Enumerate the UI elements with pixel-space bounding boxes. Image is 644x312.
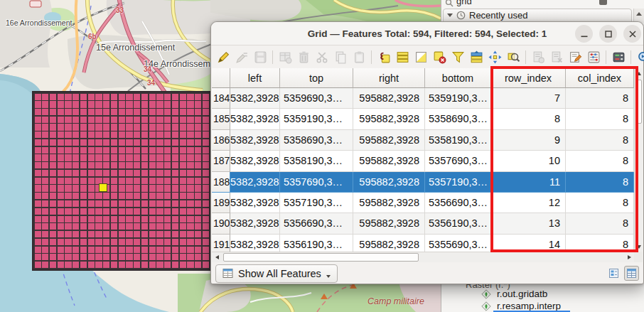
- action-search-button[interactable]: [635, 48, 644, 65]
- delete-field-button[interactable]: [548, 48, 565, 65]
- row-number[interactable]: 184: [212, 88, 230, 109]
- cell-top[interactable]: 5356190,3…: [280, 235, 353, 252]
- table-row[interactable]: 188 5382,3928 5357690,3… 595882,3928 535…: [212, 172, 634, 193]
- cell-bottom[interactable]: 5358690,3…: [425, 109, 491, 129]
- form-view-button[interactable]: [606, 266, 621, 281]
- scroll-right-button[interactable]: [624, 252, 634, 262]
- table-row[interactable]: 185 5382,3928 5359190,3… 595882,3928 535…: [212, 109, 634, 129]
- conditional-formatting-button[interactable]: [610, 48, 627, 65]
- toolbox-search-input[interactable]: [456, 0, 591, 6]
- recently-used-group[interactable]: Recently used: [443, 9, 632, 22]
- cell-left[interactable]: 5382,3928: [230, 151, 280, 171]
- toolbox-search[interactable]: [441, 0, 633, 9]
- row-number[interactable]: 190: [212, 213, 230, 234]
- dialog-titlebar[interactable]: Grid — Features Total: 594, Filtered: 59…: [211, 22, 643, 45]
- cell-row_index[interactable]: 14: [491, 235, 566, 252]
- vertical-scroll-thumb[interactable]: [635, 80, 642, 124]
- cell-row_index[interactable]: 9: [491, 130, 566, 151]
- select-by-expression-button[interactable]: [375, 48, 392, 65]
- table-row[interactable]: 184 5382,3928 5359690,3… 595882,3928 535…: [212, 88, 634, 109]
- cell-top[interactable]: 5356690,3…: [280, 213, 353, 234]
- cell-bottom[interactable]: 5356690,3…: [425, 193, 491, 213]
- table-horizontal-scrollbar[interactable]: [212, 252, 634, 262]
- cell-right[interactable]: 595882,3928: [353, 213, 425, 234]
- cell-top[interactable]: 5358690,3…: [280, 130, 353, 151]
- cell-bottom[interactable]: 5358190,3…: [425, 130, 491, 151]
- multi-edit-button[interactable]: [233, 48, 250, 65]
- cell-right[interactable]: 595882,3928: [353, 172, 425, 193]
- table-row[interactable]: 190 5382,3928 5356690,3… 595882,3928 535…: [212, 213, 634, 234]
- column-header-row_index[interactable]: row_index: [491, 68, 566, 88]
- zoom-to-selection-button[interactable]: [505, 48, 522, 65]
- select-all-button[interactable]: [394, 48, 411, 65]
- cell-col_index[interactable]: 8: [566, 130, 634, 151]
- column-header-left[interactable]: left: [230, 68, 280, 88]
- delete-selected-button[interactable]: [295, 48, 312, 65]
- scroll-down-button[interactable]: [635, 242, 643, 252]
- field-calculator-button[interactable]: [585, 48, 602, 65]
- copy-features-button[interactable]: [332, 48, 349, 65]
- cell-bottom[interactable]: 5355690,3…: [425, 235, 491, 252]
- cell-row_index[interactable]: 11: [491, 172, 566, 193]
- cell-left[interactable]: 5382,3928: [230, 213, 280, 234]
- pan-to-selection-button[interactable]: [486, 48, 503, 65]
- row-number[interactable]: 186: [212, 130, 230, 151]
- cell-left[interactable]: 5382,3928: [230, 88, 280, 109]
- cell-col_index[interactable]: 8: [566, 193, 634, 213]
- cell-left[interactable]: 5382,3928: [230, 235, 280, 252]
- cell-top[interactable]: 5358190,3…: [280, 151, 353, 171]
- scroll-up-button[interactable]: [635, 68, 643, 78]
- toolbox-options-icon[interactable]: [599, 0, 607, 5]
- cell-bottom[interactable]: 5357190,3…: [425, 172, 491, 193]
- column-header-right[interactable]: right: [353, 68, 425, 88]
- row-number[interactable]: 187: [212, 151, 230, 171]
- cell-col_index[interactable]: 8: [566, 151, 634, 171]
- save-edits-button[interactable]: [252, 48, 269, 65]
- move-selection-to-top-button[interactable]: [468, 48, 485, 65]
- algorithm-item[interactable]: r.out.gridatb: [441, 288, 644, 300]
- deselect-all-button[interactable]: [431, 48, 448, 65]
- table-vertical-scrollbar[interactable]: [634, 68, 643, 252]
- cell-col_index[interactable]: 8: [566, 172, 634, 193]
- cell-right[interactable]: 595882,3928: [353, 88, 425, 109]
- close-button[interactable]: [623, 25, 641, 43]
- cell-bottom[interactable]: 5357690,3…: [425, 151, 491, 171]
- cell-left[interactable]: 5382,3928: [230, 193, 280, 213]
- cell-left[interactable]: 5382,3928: [230, 109, 280, 129]
- column-header-col_index[interactable]: col_index: [566, 68, 634, 88]
- toggle-editing-button[interactable]: [215, 48, 232, 65]
- cut-features-button[interactable]: [313, 48, 331, 65]
- cell-row_index[interactable]: 7: [491, 88, 566, 109]
- maximize-button[interactable]: [599, 25, 617, 43]
- cell-row_index[interactable]: 10: [491, 151, 566, 171]
- table-row[interactable]: 186 5382,3928 5358690,3… 595882,3928 535…: [212, 130, 634, 151]
- row-number[interactable]: 185: [212, 109, 230, 129]
- cell-right[interactable]: 595882,3928: [353, 130, 425, 151]
- row-number-header[interactable]: [212, 68, 230, 88]
- table-view-button[interactable]: [624, 266, 639, 281]
- row-number[interactable]: 191: [212, 235, 230, 252]
- cell-col_index[interactable]: 8: [566, 235, 634, 252]
- column-header-bottom[interactable]: bottom: [425, 68, 491, 88]
- cell-row_index[interactable]: 12: [491, 193, 566, 213]
- invert-selection-button[interactable]: [412, 48, 429, 65]
- table-row[interactable]: 189 5382,3928 5357190,3… 595882,3928 535…: [212, 193, 634, 213]
- reload-table-button[interactable]: [277, 48, 294, 65]
- cell-col_index[interactable]: 8: [566, 213, 634, 234]
- cell-bottom[interactable]: 5356190,3…: [425, 213, 491, 234]
- scroll-left-button[interactable]: [212, 252, 222, 262]
- cell-right[interactable]: 595882,3928: [353, 193, 425, 213]
- cell-top[interactable]: 5359190,3…: [280, 109, 353, 129]
- cell-bottom[interactable]: 5359190,3…: [425, 88, 491, 109]
- cell-col_index[interactable]: 8: [566, 109, 634, 129]
- horizontal-scroll-thumb[interactable]: [223, 253, 419, 262]
- minimize-button[interactable]: [575, 25, 593, 43]
- cell-top[interactable]: 5357190,3…: [280, 193, 353, 213]
- cell-right[interactable]: 595882,3928: [353, 151, 425, 171]
- table-row[interactable]: 191 5382,3928 5356190,3… 595882,3928 535…: [212, 235, 634, 252]
- cell-row_index[interactable]: 8: [491, 109, 566, 129]
- new-field-button[interactable]: [530, 48, 547, 65]
- feature-filter-button[interactable]: Show All Features: [215, 264, 338, 283]
- edit-expression-button[interactable]: [567, 48, 584, 65]
- filter-button[interactable]: [449, 48, 466, 65]
